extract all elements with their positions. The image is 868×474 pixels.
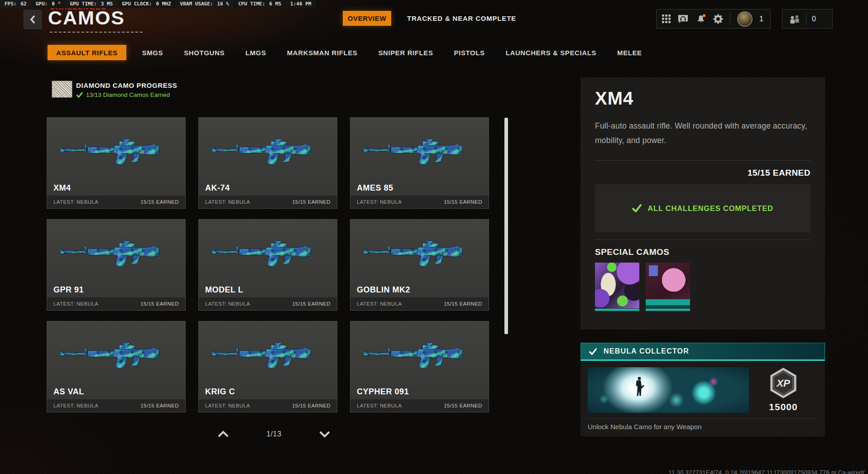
earned-count: 15/15 EARNED (292, 199, 331, 205)
camo-equipped-bar (595, 308, 639, 311)
weapon-class-tabs: ASSAULT RIFLESSMGSSHOTGUNSLMGSMARKSMAN R… (48, 45, 652, 60)
weapon-class-tab[interactable]: SMGS (132, 45, 174, 60)
back-button[interactable] (24, 10, 42, 29)
latest-camo-label: LATEST: NEBULA (205, 199, 250, 205)
silhouette-figure (634, 376, 644, 400)
latest-camo-label: LATEST: NEBULA (205, 403, 250, 408)
weapon-card-footer: LATEST: NEBULA 15/15 EARNED (47, 297, 185, 310)
detail-weapon-name: XM4 (595, 88, 810, 108)
challenge-title: NEBULA COLLECTOR (604, 347, 689, 355)
earned-count: 15/15 EARNED (140, 199, 179, 205)
weapon-image (47, 221, 185, 284)
earned-count: 15/15 EARNED (140, 301, 179, 306)
social-widget[interactable]: 0 (782, 9, 833, 29)
weapon-card[interactable]: GOBLIN MK2 LATEST: NEBULA 15/15 EARNED (350, 219, 489, 311)
earned-count: 15/15 EARNED (444, 301, 482, 306)
performance-status-bar: FPS: 62 GPU: 0 ° GPU TIME: 3 MS GPU CLOC… (0, 0, 316, 8)
weapon-card-footer: LATEST: NEBULA 15/15 EARNED (199, 399, 337, 412)
weapon-card-footer: LATEST: NEBULA 15/15 EARNED (350, 196, 489, 208)
header-toolbar: 1 (656, 9, 771, 29)
weapon-card[interactable]: CYPHER 091 LATEST: NEBULA 15/15 EARNED (350, 321, 489, 412)
party-count: 1 (759, 15, 763, 23)
weapon-class-tab[interactable]: LMGS (235, 45, 277, 60)
grid-scrollbar-thumb[interactable] (504, 118, 508, 334)
chevron-up-icon[interactable] (217, 431, 229, 438)
clock: 1:46 PM (286, 0, 316, 8)
weapon-name: GOBLIN MK2 (357, 285, 410, 295)
diamond-progress-status: 13/13 Diamond Camos Earned (76, 91, 170, 98)
weapon-class-tab[interactable]: SHOTGUNS (173, 45, 235, 60)
weapon-class-tab[interactable]: PISTOLS (444, 45, 495, 60)
reward-column: XP 15000 (749, 367, 818, 413)
notifications-bell-icon[interactable] (695, 14, 706, 24)
latest-camo-label: LATEST: NEBULA (53, 403, 98, 408)
weapon-class-tab[interactable]: MELEE (607, 45, 652, 60)
chevron-down-icon[interactable] (319, 431, 331, 438)
weapon-class-tab[interactable]: ASSAULT RIFLES (48, 45, 126, 60)
completed-text: ALL CHALLENGES COMPLETED (647, 204, 773, 213)
weapon-card[interactable]: AK-74 LATEST: NEBULA 15/15 EARNED (198, 117, 337, 209)
weapon-name: AMES 85 (357, 183, 393, 193)
weapon-name: AS VAL (53, 387, 84, 397)
check-icon (632, 204, 642, 212)
weapon-card[interactable]: MODEL L LATEST: NEBULA 15/15 EARNED (198, 219, 337, 311)
metric-value: 3 MS (101, 1, 113, 7)
weapon-card[interactable]: GPR 91 LATEST: NEBULA 15/15 EARNED (47, 219, 186, 311)
weapon-class-tab[interactable]: MARKSMAN RIFLES (277, 45, 368, 60)
weapon-name: GPR 91 (53, 285, 84, 295)
special-camos-row (595, 263, 810, 311)
xp-label: XP (776, 378, 790, 389)
latest-camo-label: LATEST: NEBULA (357, 403, 402, 408)
weapon-class-tab[interactable]: LAUNCHERS & SPECIALS (495, 45, 607, 60)
latest-camo-label: LATEST: NEBULA (205, 301, 250, 306)
grid-menu-icon[interactable] (662, 14, 671, 23)
metric-label: GPU TIME: (70, 1, 97, 7)
performance-metric: GPU TIME: 3 MS (65, 0, 117, 8)
weapon-name: MODEL L (205, 285, 243, 295)
weapon-card-footer: LATEST: NEBULA 15/15 EARNED (47, 196, 185, 208)
weapon-card[interactable]: AS VAL LATEST: NEBULA 15/15 EARNED (47, 321, 186, 412)
special-camo-thumb-1[interactable] (595, 263, 639, 311)
metric-label: FPS: (5, 1, 17, 7)
challenge-body: XP 15000 (580, 361, 825, 413)
weapon-card[interactable]: AMES 85 LATEST: NEBULA 15/15 EARNED (350, 117, 489, 209)
weapon-card-footer: LATEST: NEBULA 15/15 EARNED (47, 399, 185, 412)
performance-metrics: FPS: 62 GPU: 0 ° GPU TIME: 3 MS GPU CLOC… (0, 0, 286, 8)
special-camo-thumb-2[interactable] (646, 263, 690, 311)
earned-count: 15/15 EARNED (292, 301, 331, 306)
weapon-grid: XM4 LATEST: NEBULA 15/15 EARNED AK-74 LA… (47, 117, 489, 412)
metric-label: CPU TIME: (238, 1, 265, 7)
earned-count: 15/15 EARNED (292, 403, 331, 408)
grid-pagination: 1/13 (217, 430, 331, 438)
weapon-class-tab[interactable]: SNIPER RIFLES (368, 45, 443, 60)
weapon-name: XM4 (53, 183, 71, 193)
page-indicator: 1/13 (266, 430, 281, 438)
check-icon (76, 92, 83, 98)
nebula-camo-artwork (588, 367, 749, 413)
weapon-card[interactable]: XM4 LATEST: NEBULA 15/15 EARNED (47, 117, 186, 209)
latest-camo-label: LATEST: NEBULA (53, 301, 98, 306)
weapon-image (199, 120, 337, 182)
camo-equipped-bar (646, 308, 690, 311)
notification-dot (703, 14, 705, 17)
player-avatar[interactable] (737, 11, 753, 27)
voice-chat-icon[interactable] (677, 14, 689, 24)
metric-label: GPU: (36, 1, 48, 7)
weapon-card-footer: LATEST: NEBULA 15/15 EARNED (199, 297, 337, 310)
weapon-image (350, 120, 489, 182)
diamond-progress-title: DIAMOND CAMO PROGRESS (76, 81, 177, 89)
title-underline-decoration (50, 32, 143, 33)
weapon-card[interactable]: KRIG C LATEST: NEBULA 15/15 EARNED (198, 321, 337, 412)
tab-overview[interactable]: OVERVIEW (343, 11, 391, 26)
diamond-progress-text: 13/13 Diamond Camos Earned (86, 91, 170, 98)
check-icon (589, 348, 597, 355)
xp-badge-icon: XP (769, 368, 797, 398)
settings-gear-icon[interactable] (713, 14, 723, 24)
performance-metric: GPU: 0 ° (31, 0, 65, 8)
weapon-image (47, 323, 185, 386)
build-version-text: 11.30.327731E4[74..0.24.20]19647:11:[730… (669, 469, 865, 474)
nebula-collector-card[interactable]: NEBULA COLLECTOR XP 15000 Unlock Nebula … (580, 343, 825, 436)
tab-tracked-near-complete[interactable]: TRACKED & NEAR COMPLETE (407, 11, 516, 26)
challenge-header: NEBULA COLLECTOR (580, 343, 825, 361)
weapon-detail-panel: XM4 Full-auto assault rifle. Well rounde… (580, 77, 825, 330)
